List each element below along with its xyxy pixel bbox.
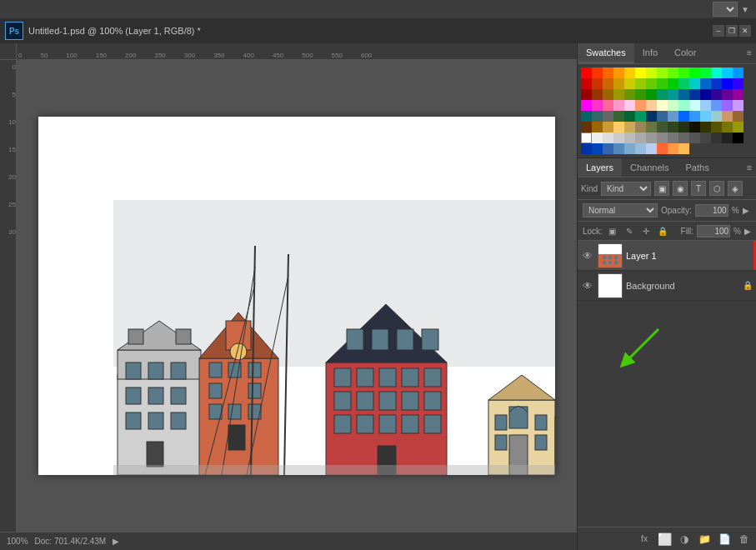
swatch[interactable] [581,78,592,89]
swatch[interactable] [657,78,668,89]
swatch[interactable] [613,78,624,89]
swatch[interactable] [624,78,635,89]
swatch[interactable] [635,122,646,132]
swatch[interactable] [700,122,711,132]
swatch[interactable] [592,68,603,78]
swatch[interactable] [689,89,700,100]
tab-swatches[interactable]: Swatches [578,43,634,63]
swatch[interactable] [592,100,603,111]
swatch[interactable] [722,132,733,143]
swatch[interactable] [722,100,733,111]
swatch[interactable] [733,111,743,122]
swatch[interactable] [711,122,722,132]
swatch[interactable] [603,143,613,154]
swatch[interactable] [646,143,657,154]
swatch[interactable] [646,122,657,132]
swatch[interactable] [657,122,668,132]
swatch[interactable] [581,122,592,132]
swatch[interactable] [668,68,678,78]
add-mask-btn[interactable]: ⬜ [656,531,673,548]
swatch[interactable] [668,100,678,111]
swatch[interactable] [668,78,678,89]
swatch[interactable] [624,122,635,132]
swatch[interactable] [700,111,711,122]
swatch[interactable] [624,89,635,100]
swatch[interactable] [624,132,635,143]
swatch[interactable] [581,132,592,143]
swatch[interactable] [678,68,689,78]
essentials-dropdown[interactable]: Essentials [713,2,738,17]
swatch[interactable] [678,122,689,132]
swatch[interactable] [711,89,722,100]
tab-layers[interactable]: Layers [578,158,622,177]
swatch[interactable] [711,100,722,111]
swatch[interactable] [700,132,711,143]
swatch[interactable] [592,111,603,122]
lock-position-btn[interactable]: ✛ [639,224,653,238]
swatch[interactable] [689,78,700,89]
swatch[interactable] [668,143,678,154]
swatch[interactable] [733,122,743,132]
kind-select[interactable]: Kind [601,182,651,196]
add-style-btn[interactable]: fx [636,531,653,548]
swatch[interactable] [689,132,700,143]
swatch[interactable] [624,111,635,122]
swatch[interactable] [700,78,711,89]
swatch[interactable] [646,78,657,89]
swatch[interactable] [678,111,689,122]
new-fill-btn[interactable]: ◑ [676,531,693,548]
lock-transparent-btn[interactable]: ▣ [606,224,619,238]
swatch[interactable] [635,78,646,89]
swatch[interactable] [678,78,689,89]
swatch[interactable] [733,100,743,111]
swatch[interactable] [678,132,689,143]
lock-image-btn[interactable]: ✎ [623,224,636,238]
swatch[interactable] [722,122,733,132]
swatch[interactable] [603,132,613,143]
swatch[interactable] [624,143,635,154]
swatch[interactable] [592,122,603,132]
swatches-menu-btn[interactable]: ≡ [743,43,756,62]
swatch[interactable] [613,132,624,143]
swatch[interactable] [613,111,624,122]
swatch[interactable] [635,111,646,122]
filter-type-btn[interactable]: T [691,181,706,196]
status-arrow[interactable]: ▶ [113,537,119,546]
swatch[interactable] [635,132,646,143]
filter-pixel-btn[interactable]: ▣ [654,181,669,196]
swatch[interactable] [711,111,722,122]
swatch[interactable] [722,78,733,89]
swatch[interactable] [646,89,657,100]
tab-channels[interactable]: Channels [622,158,677,177]
filter-smart-btn[interactable]: ◈ [728,181,743,196]
blend-mode-select[interactable]: Normal [583,203,658,218]
new-group-btn[interactable]: 📁 [696,531,713,548]
swatch[interactable] [581,100,592,111]
swatch[interactable] [733,78,743,89]
tab-paths[interactable]: Paths [678,158,718,177]
swatch[interactable] [635,143,646,154]
swatch[interactable] [678,89,689,100]
layer-eye-background[interactable]: 👁 [581,279,594,292]
tab-color[interactable]: Color [666,43,704,63]
swatch[interactable] [603,68,613,78]
swatch[interactable] [581,111,592,122]
swatch[interactable] [700,100,711,111]
opacity-input[interactable] [695,204,728,217]
swatch[interactable] [592,78,603,89]
swatch[interactable] [581,68,592,78]
layer-item-layer1[interactable]: 👁 Layer 1 [578,241,756,271]
swatch[interactable] [689,111,700,122]
swatch[interactable] [689,68,700,78]
swatch[interactable] [657,132,668,143]
layer-eye-layer1[interactable]: 👁 [581,249,594,262]
swatch[interactable] [646,132,657,143]
minimize-button[interactable]: – [713,25,724,37]
swatch[interactable] [613,68,624,78]
swatch[interactable] [657,143,668,154]
swatch[interactable] [603,111,613,122]
swatch[interactable] [722,68,733,78]
swatch[interactable] [592,132,603,143]
swatch[interactable] [592,143,603,154]
fill-input[interactable] [697,225,730,238]
